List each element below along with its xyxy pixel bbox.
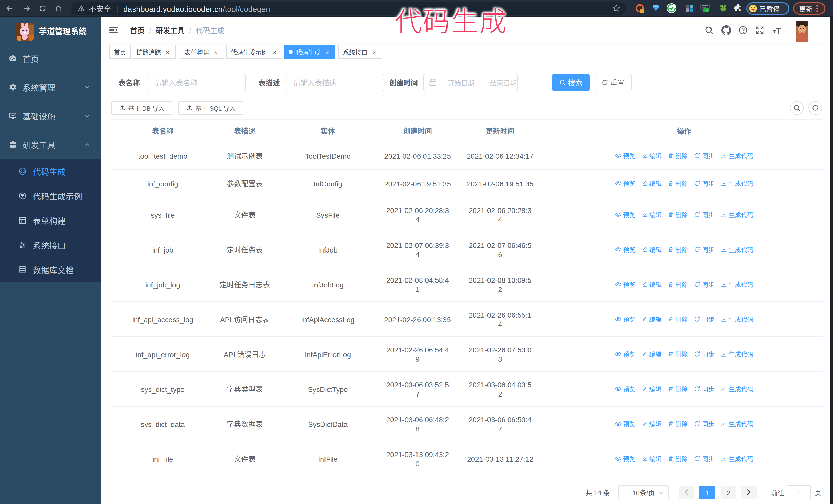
svg-text:on: on [705, 8, 708, 12]
svg-text:1: 1 [641, 8, 643, 13]
